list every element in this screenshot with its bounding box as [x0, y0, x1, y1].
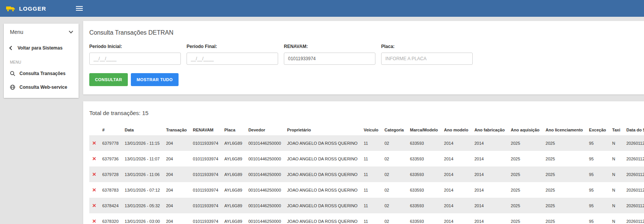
sidebar-item-consulta-transacoes[interactable]: Consulta Transações — [4, 67, 79, 80]
table-cell: N — [609, 198, 623, 213]
sidebar-section-label: MENU — [4, 56, 79, 67]
delete-cell: × — [89, 213, 99, 224]
table-cell: AYL6G89 — [221, 135, 245, 151]
table-cell: 02 — [382, 213, 407, 224]
table-cell: 00101446250000 — [245, 182, 284, 198]
table-cell: 11 — [361, 213, 382, 224]
results-card: Total de transações: 15 #DataTransaçãoRE… — [83, 101, 644, 224]
table-cell: 02 — [382, 135, 407, 151]
delete-icon[interactable]: × — [92, 218, 96, 224]
delete-cell: × — [89, 166, 99, 182]
table-cell: 6379736 — [99, 151, 122, 166]
table-cell: 13/01/2026 - 07:12 — [122, 182, 163, 198]
table-cell: 95 — [586, 213, 609, 224]
sidebar: Menu Voltar para Sistemas MENU Consulta … — [4, 24, 79, 98]
table-cell: 204 — [163, 135, 190, 151]
table-row: ×637977813/01/2026 - 11:1520401011933974… — [89, 135, 644, 151]
table-cell: 6379728 — [99, 166, 122, 182]
table-cell: N — [609, 151, 623, 166]
sidebar-menu-toggle[interactable]: Menu — [4, 24, 79, 40]
sidebar-item-consulta-webservice[interactable]: Consulta Web-service — [4, 80, 79, 94]
table-cell: 11 — [361, 182, 382, 198]
column-header: RENAVAM — [190, 125, 221, 135]
table-cell: 6378783 — [99, 182, 122, 198]
table-cell: 01011933974 — [190, 151, 221, 166]
column-header: Marca/Modelo — [407, 125, 441, 135]
field-label: Período Final: — [187, 44, 278, 49]
table-cell: 2025 — [543, 135, 586, 151]
periodo-inicial-input[interactable] — [89, 53, 181, 65]
table-cell: 95 — [586, 166, 609, 182]
hamburger-menu-icon[interactable] — [74, 4, 85, 13]
field-label: Período Inicial: — [89, 44, 181, 49]
main-content: Consulta Transações DETRAN Período Inici… — [83, 21, 644, 224]
sidebar-item-label: Consulta Web-service — [19, 85, 67, 90]
table-cell: 2025 — [543, 182, 586, 198]
table-cell: 2014 — [471, 182, 507, 198]
table-cell: 633593 — [407, 151, 441, 166]
consultar-button[interactable]: CONSULTAR — [89, 73, 128, 86]
table-cell: 2025 — [508, 182, 543, 198]
table-cell: 633593 — [407, 213, 441, 224]
table-cell: AYL6G89 — [221, 166, 245, 182]
table-cell: 20260112 — [623, 166, 644, 182]
table-cell: 20260112 — [623, 182, 644, 198]
table-cell: 2025 — [543, 151, 586, 166]
table-cell: 2025 — [543, 213, 586, 224]
delete-cell: × — [89, 182, 99, 198]
table-cell: 633593 — [407, 166, 441, 182]
table-cell: 204 — [163, 182, 190, 198]
table-cell: 6378320 — [99, 213, 122, 224]
table-cell: 11 — [361, 135, 382, 151]
mostrar-tudo-button[interactable]: MOSTRAR TUDO — [131, 73, 179, 86]
table-cell: 2014 — [441, 166, 472, 182]
field-periodo-inicial: Período Inicial: — [89, 44, 181, 65]
delete-icon[interactable]: × — [92, 202, 96, 209]
table-cell: AYL6G89 — [221, 182, 245, 198]
delete-cell: × — [89, 135, 99, 151]
renavam-input[interactable] — [284, 53, 375, 65]
table-cell: 2025 — [543, 166, 586, 182]
table-cell: 2025 — [543, 198, 586, 213]
page-title: Consulta Transações DETRAN — [89, 29, 638, 36]
table-cell: 2014 — [471, 198, 507, 213]
table-row: ×637842413/01/2026 - 05:3220401011933974… — [89, 198, 644, 213]
column-header: # — [99, 125, 122, 135]
table-cell: 13/01/2026 - 11:15 — [122, 135, 163, 151]
brand-name: LOGGER — [19, 5, 46, 12]
table-cell: AYL6G89 — [221, 198, 245, 213]
table-cell: 2014 — [441, 213, 472, 224]
delete-icon[interactable]: × — [92, 155, 96, 162]
delete-icon[interactable]: × — [92, 171, 96, 178]
table-cell: 6379778 — [99, 135, 122, 151]
table-cell: 01011933974 — [190, 182, 221, 198]
delete-column-header — [89, 125, 99, 135]
delete-icon[interactable]: × — [92, 187, 96, 193]
column-header: Proprietário — [284, 125, 361, 135]
delete-cell: × — [89, 198, 99, 213]
table-cell: 02 — [382, 198, 407, 213]
placa-input[interactable] — [381, 53, 473, 65]
table-cell: JOAO ANGELO DA ROSS QUERINO — [284, 151, 361, 166]
field-renavam: RENAVAM: — [284, 44, 375, 65]
column-header: Ano aquisição — [508, 125, 543, 135]
table-cell: 95 — [586, 135, 609, 151]
sidebar-item-voltar-para-sistemas[interactable]: Voltar para Sistemas — [4, 40, 79, 56]
brand: LOGGER — [6, 5, 46, 12]
table-cell: 01011933974 — [190, 213, 221, 224]
table-cell: 20260112 — [623, 198, 644, 213]
table-cell: 00101446250000 — [245, 135, 284, 151]
table-cell: JOAO ANGELO DA ROSS QUERINO — [284, 213, 361, 224]
periodo-final-input[interactable] — [187, 53, 278, 65]
delete-icon[interactable]: × — [92, 140, 96, 146]
table-cell: JOAO ANGELO DA ROSS QUERINO — [284, 166, 361, 182]
table-cell: 00101446250000 — [245, 151, 284, 166]
column-header: Taxi — [609, 125, 623, 135]
form-actions: CONSULTAR MOSTRAR TUDO — [89, 73, 638, 86]
table-cell: 2014 — [471, 213, 507, 224]
table-cell: 633593 — [407, 198, 441, 213]
table-cell: 20260112 — [623, 151, 644, 166]
table-cell: 2025 — [508, 166, 543, 182]
chevron-down-icon — [69, 29, 73, 33]
table-cell: 02 — [382, 182, 407, 198]
